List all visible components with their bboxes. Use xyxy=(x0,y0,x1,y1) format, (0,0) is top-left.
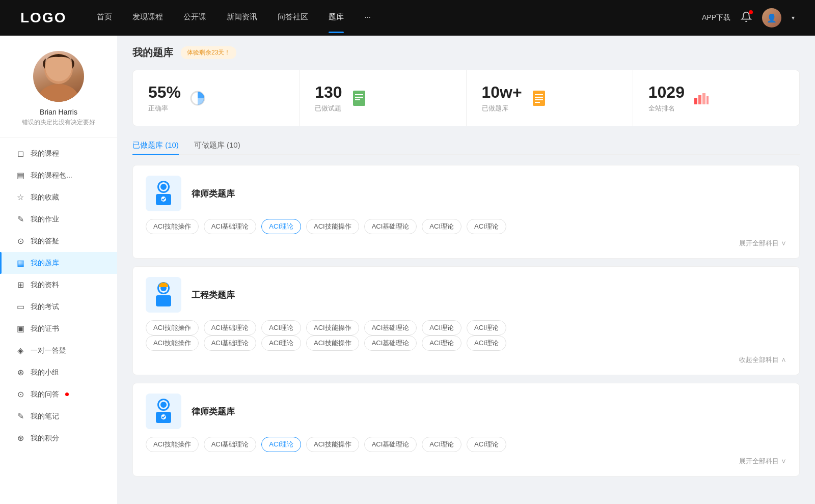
menu-icon-12: ✎ xyxy=(15,411,25,421)
tag-1-0-5[interactable]: ACI理论 xyxy=(422,320,461,335)
sidebar-item-3[interactable]: ✎我的作业 xyxy=(0,208,117,230)
tag-2-0-3[interactable]: ACI技能操作 xyxy=(306,437,359,452)
stat-item-3: 1029全站排名 xyxy=(633,70,799,126)
expand-button-1[interactable]: 收起全部科目 ∧ xyxy=(739,356,786,363)
tag-0-0-2[interactable]: ACI理论 xyxy=(261,219,301,234)
sidebar-item-7[interactable]: ▭我的考试 xyxy=(0,296,117,318)
logo[interactable]: LOGO xyxy=(20,10,66,26)
nav-item-新闻资讯[interactable]: 新闻资讯 xyxy=(227,12,257,24)
menu-dot-11 xyxy=(65,393,69,396)
tag-1-1-3[interactable]: ACI技能操作 xyxy=(306,335,359,351)
tag-0-0-3[interactable]: ACI技能操作 xyxy=(306,219,359,234)
tag-2-0-6[interactable]: ACI理论 xyxy=(467,437,506,452)
menu-label-11: 我的问答 xyxy=(31,390,59,399)
page-header: 我的题库 体验剩余23天！ xyxy=(132,46,800,60)
sidebar-item-6[interactable]: ⊞我的资料 xyxy=(0,274,117,296)
menu-icon-6: ⊞ xyxy=(15,280,25,290)
sidebar-item-12[interactable]: ✎我的笔记 xyxy=(0,405,117,427)
sidebar-item-11[interactable]: ⊙我的问答 xyxy=(0,383,117,405)
sidebar-item-13[interactable]: ⊛我的积分 xyxy=(0,427,117,449)
svg-point-1 xyxy=(38,84,79,102)
user-motto: 错误的决定比没有决定要好 xyxy=(22,118,95,127)
tag-2-0-5[interactable]: ACI理论 xyxy=(422,437,461,452)
tag-0-0-5[interactable]: ACI理论 xyxy=(422,219,461,234)
tag-1-1-2[interactable]: ACI理论 xyxy=(261,335,301,351)
bank-card-2: 律师类题库ACI技能操作ACI基础理论ACI理论ACI技能操作ACI基础理论AC… xyxy=(132,383,800,477)
stat-icon-1 xyxy=(350,89,368,107)
menu-label-13: 我的积分 xyxy=(31,434,59,443)
user-avatar xyxy=(33,51,84,102)
menu-icon-0: ◻ xyxy=(15,149,25,158)
tab-0[interactable]: 已做题库 (10) xyxy=(132,136,179,154)
nav-item-公开课[interactable]: 公开课 xyxy=(183,12,206,24)
stats-row: 55%正确率130已做试题10w+已做题库1029全站排名 xyxy=(132,70,800,126)
bank-card-1: 工程类题库ACI技能操作ACI基础理论ACI理论ACI技能操作ACI基础理论AC… xyxy=(132,266,800,375)
bank-card-header-1: 工程类题库 xyxy=(146,277,786,313)
nav-item-问答社区[interactable]: 问答社区 xyxy=(278,12,308,24)
nav-item-首页[interactable]: 首页 xyxy=(97,12,112,24)
tag-2-0-0[interactable]: ACI技能操作 xyxy=(146,437,199,452)
menu-icon-4: ⊙ xyxy=(15,236,25,246)
tag-0-0-6[interactable]: ACI理论 xyxy=(467,219,506,234)
tabs-row: 已做题库 (10)可做题库 (10) xyxy=(132,136,800,155)
tab-1[interactable]: 可做题库 (10) xyxy=(194,136,240,154)
tag-row-0-0: ACI技能操作ACI基础理论ACI理论ACI技能操作ACI基础理论ACI理论AC… xyxy=(146,219,786,234)
notification-bell[interactable] xyxy=(741,11,752,24)
tag-1-1-4[interactable]: ACI基础理论 xyxy=(364,335,417,351)
tag-1-0-4[interactable]: ACI基础理论 xyxy=(364,320,417,335)
tag-1-0-1[interactable]: ACI基础理论 xyxy=(204,320,257,335)
nav-item-···[interactable]: ··· xyxy=(364,12,371,24)
menu-label-10: 我的小组 xyxy=(31,368,59,377)
tag-2-0-4[interactable]: ACI基础理论 xyxy=(364,437,417,452)
stat-value-1: 130 xyxy=(315,83,342,102)
main-content: 我的题库 体验剩余23天！ 55%正确率130已做试题10w+已做题库1029全… xyxy=(117,36,815,504)
sidebar-item-4[interactable]: ⊙我的答疑 xyxy=(0,230,117,252)
tag-1-1-5[interactable]: ACI理论 xyxy=(422,335,461,351)
tag-1-1-0[interactable]: ACI技能操作 xyxy=(146,335,199,351)
sidebar-item-0[interactable]: ◻我的课程 xyxy=(0,143,117,164)
sidebar-item-5[interactable]: ▦我的题库 xyxy=(0,252,117,274)
tag-1-1-1[interactable]: ACI基础理论 xyxy=(204,335,257,351)
tag-0-0-4[interactable]: ACI基础理论 xyxy=(364,219,417,234)
notification-dot xyxy=(749,10,753,14)
user-menu-chevron[interactable]: ▾ xyxy=(792,14,795,21)
sidebar-item-8[interactable]: ▣我的证书 xyxy=(0,318,117,340)
tag-1-1-6[interactable]: ACI理论 xyxy=(467,335,506,351)
expand-button-0[interactable]: 展开全部科目 ∨ xyxy=(739,239,786,247)
app-download-button[interactable]: APP下载 xyxy=(702,13,730,22)
bank-footer-2: 展开全部科目 ∨ xyxy=(146,456,786,466)
tag-1-0-6[interactable]: ACI理论 xyxy=(467,320,506,335)
user-avatar-nav[interactable]: 👤 xyxy=(762,8,781,27)
trial-badge: 体验剩余23天！ xyxy=(181,46,236,59)
expand-button-2[interactable]: 展开全部科目 ∨ xyxy=(739,457,786,465)
svg-rect-23 xyxy=(156,295,171,306)
tag-1-0-0[interactable]: ACI技能操作 xyxy=(146,320,199,335)
bank-card-header-2: 律师类题库 xyxy=(146,394,786,429)
svg-rect-27 xyxy=(160,283,167,285)
tag-1-0-2[interactable]: ACI理论 xyxy=(261,320,301,335)
tag-1-0-3[interactable]: ACI技能操作 xyxy=(306,320,359,335)
svg-rect-8 xyxy=(533,91,545,106)
menu-label-0: 我的课程 xyxy=(31,149,59,158)
tag-2-0-2[interactable]: ACI理论 xyxy=(261,437,301,452)
menu-icon-10: ⊛ xyxy=(15,368,25,377)
sidebar-item-9[interactable]: ◈一对一答疑 xyxy=(0,340,117,361)
menu-label-8: 我的证书 xyxy=(31,324,59,333)
nav-item-题库[interactable]: 题库 xyxy=(329,12,344,24)
nav-item-发现课程[interactable]: 发现课程 xyxy=(132,12,163,24)
sidebar-item-2[interactable]: ☆我的收藏 xyxy=(0,186,117,208)
stat-icon-2 xyxy=(530,89,548,107)
tag-0-0-1[interactable]: ACI基础理论 xyxy=(204,219,257,234)
sidebar-item-10[interactable]: ⊛我的小组 xyxy=(0,361,117,383)
tag-2-0-1[interactable]: ACI基础理论 xyxy=(204,437,257,452)
user-section: Brian Harris 错误的决定比没有决定要好 xyxy=(0,51,117,137)
sidebar: Brian Harris 错误的决定比没有决定要好 ◻我的课程▤我的课程包...… xyxy=(0,36,117,504)
tag-0-0-0[interactable]: ACI技能操作 xyxy=(146,219,199,234)
menu-label-7: 我的考试 xyxy=(31,302,59,312)
menu-label-5: 我的题库 xyxy=(31,259,59,268)
stat-item-2: 10w+已做题库 xyxy=(467,70,633,126)
stat-label-3: 全站排名 xyxy=(648,104,685,113)
sidebar-item-1[interactable]: ▤我的课程包... xyxy=(0,164,117,186)
svg-rect-14 xyxy=(698,95,701,104)
menu-label-3: 我的作业 xyxy=(31,215,59,224)
